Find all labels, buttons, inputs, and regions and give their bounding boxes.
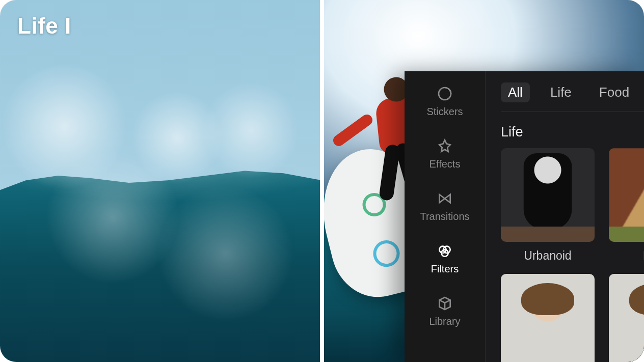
filter-grid: Urbanoid Life I [501, 148, 644, 263]
sidebar-item-stickers[interactable]: Stickers [405, 82, 485, 121]
section-title: Life [501, 124, 644, 140]
sidebar-item-filters[interactable]: Filters [405, 240, 485, 278]
filter-grid-row2 [501, 274, 644, 362]
tab-life[interactable]: Life [543, 82, 579, 102]
sticker-icon [437, 86, 453, 102]
filter-card-life1[interactable]: Life I [609, 148, 644, 263]
filter-category-tabs: All Life Food M [501, 82, 644, 112]
sidebar-item-label: Stickers [426, 106, 463, 118]
sidebar-item-library[interactable]: Library [405, 292, 485, 330]
sidebar-item-label: Filters [431, 263, 459, 275]
tab-all[interactable]: All [501, 82, 530, 102]
preview-before [0, 0, 322, 362]
filters-icon [437, 243, 453, 259]
sidebar-item-transitions[interactable]: Transitions [405, 187, 485, 226]
preview-canvas: Life I Stickers Effects Tra [0, 0, 644, 362]
tab-food[interactable]: Food [592, 82, 636, 102]
transitions-icon [437, 190, 453, 207]
editor-panel: Stickers Effects Transitions [405, 71, 644, 362]
sidebar-item-label: Transitions [420, 211, 469, 222]
sidebar-item-label: Effects [430, 158, 461, 170]
filter-thumb [609, 148, 644, 242]
filter-thumb [501, 274, 595, 362]
tool-sidebar: Stickers Effects Transitions [405, 71, 486, 362]
filter-thumb [609, 274, 644, 362]
filter-card[interactable] [609, 274, 644, 362]
star-icon [437, 138, 453, 154]
filter-card[interactable] [501, 274, 595, 362]
cube-icon [437, 295, 453, 312]
filters-content: All Life Food M Life Urbanoid Life I [486, 71, 644, 362]
filter-caption: Urbanoid [524, 249, 571, 263]
sidebar-item-label: Library [429, 316, 460, 327]
compare-divider[interactable] [320, 0, 324, 362]
applied-filter-label: Life I [17, 13, 71, 39]
sidebar-item-effects[interactable]: Effects [405, 135, 485, 173]
filter-card-urbanoid[interactable]: Urbanoid [501, 148, 595, 263]
filter-thumb [501, 148, 595, 242]
